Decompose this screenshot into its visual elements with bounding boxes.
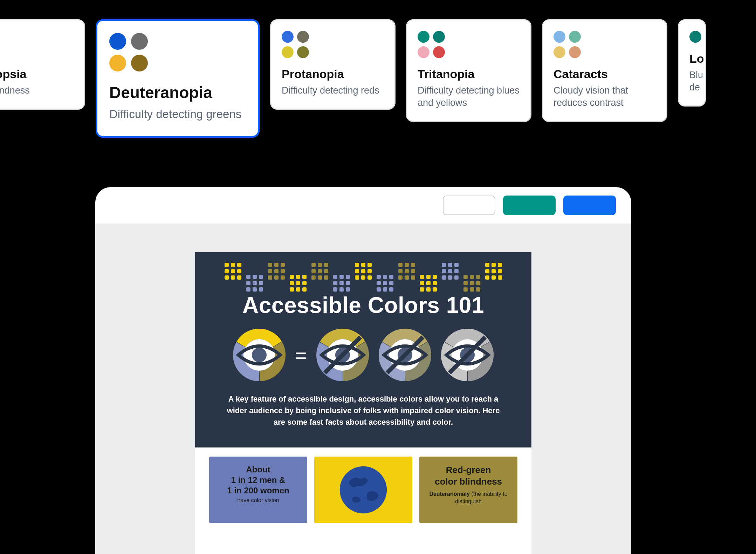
toolbar-button-blue[interactable] (563, 196, 616, 215)
banner-block (420, 275, 437, 292)
swatch-group (418, 31, 446, 58)
eye-slash-icon (379, 329, 431, 381)
svg-line-22 (449, 337, 485, 373)
swatch-dot (131, 33, 148, 50)
rg-line-2: color blindness (435, 476, 502, 487)
tile-redgreen: Red-green color blindness Deuteranomaly … (419, 457, 517, 523)
swatch-dot (689, 31, 701, 43)
color-ring (316, 329, 369, 381)
globe-icon (339, 465, 388, 514)
swatch-dot (569, 31, 581, 43)
filter-desc: Blu de (689, 69, 705, 94)
dot-banner (209, 263, 517, 280)
rg-line-1: Red-green (446, 465, 491, 475)
color-ring (233, 329, 286, 381)
svg-line-10 (325, 337, 360, 373)
swatch-group (689, 31, 706, 43)
filter-title: Achromatopsia (0, 67, 74, 81)
stat-sub: have color vision (215, 497, 301, 504)
filter-desc: Difficulty detecting blues and yellows (418, 84, 520, 109)
banner-block (246, 275, 263, 292)
banner-block (377, 275, 393, 292)
toolbar-button-teal[interactable] (503, 196, 556, 215)
swatch-dot (109, 55, 126, 71)
filter-desc: Difficulty detecting greens (109, 107, 246, 122)
banner-block (225, 263, 241, 280)
filter-card-achromatopsia[interactable]: Achromatopsia omplete color ndness (0, 19, 85, 110)
swatch-dot (418, 46, 429, 58)
swatch-dot (554, 46, 565, 58)
vision-filter-strip: Achromatopsia omplete color ndness Deute… (0, 19, 706, 138)
swatch-group (554, 31, 582, 58)
banner-block (485, 263, 502, 280)
swatch-dot (131, 55, 148, 71)
color-ring (441, 329, 494, 381)
filter-card-cataracts[interactable]: Cataracts Cloudy vision that reduces con… (542, 19, 667, 122)
tile-globe (314, 457, 412, 523)
filter-card-protanopia[interactable]: Protanopia Difficulty detecting reds (270, 19, 396, 110)
banner-block (311, 263, 328, 280)
tile-row: About 1 in 12 men & 1 in 200 women have … (195, 447, 531, 523)
swatch-dot (282, 46, 294, 58)
filter-desc: Cloudy vision that reduces contrast (554, 84, 656, 109)
infographic-intro: A key feature of accessible design, acce… (227, 393, 500, 428)
eye-icon (233, 329, 286, 381)
filter-title: Tritanopia (418, 67, 520, 81)
svg-line-16 (387, 337, 423, 373)
filter-title: Cataracts (554, 67, 656, 81)
swatch-dot (418, 31, 429, 43)
banner-block (355, 263, 372, 280)
swatch-group (282, 31, 310, 58)
swatch-dot (433, 46, 445, 58)
swatch-dot (282, 31, 294, 43)
equals-icon: = (295, 344, 307, 367)
swatch-dot (297, 46, 309, 58)
swatch-group (109, 33, 149, 71)
banner-block (398, 263, 415, 280)
infographic-hero: Accessible Colors 101 = (195, 252, 531, 447)
infographic: Accessible Colors 101 = (195, 252, 531, 554)
rg-body: Deuteranomaly (the inability to distingu… (426, 491, 511, 505)
svg-point-23 (340, 466, 387, 513)
color-ring (379, 329, 431, 381)
filter-desc: Difficulty detecting reds (282, 84, 384, 97)
swatch-dot (569, 46, 581, 58)
preview-canvas[interactable]: Accessible Colors 101 = (95, 224, 631, 554)
preview-window: Accessible Colors 101 = (95, 187, 631, 554)
banner-block (442, 263, 459, 280)
filter-card-deuteranopia[interactable]: Deuteranopia Difficulty detecting greens (96, 19, 260, 138)
infographic-title: Accessible Colors 101 (209, 292, 517, 318)
filter-title: Protanopia (282, 67, 384, 81)
swatch-dot (554, 31, 565, 43)
eye-slash-icon (441, 329, 494, 381)
filter-card-tritanopia[interactable]: Tritanopia Difficulty detecting blues an… (406, 19, 531, 122)
swatch-dot (297, 31, 309, 43)
preview-toolbar (95, 187, 631, 224)
banner-block (290, 275, 307, 292)
stat-line-3: 1 in 200 women (227, 486, 289, 495)
stat-line-1: About (246, 465, 270, 474)
banner-block (463, 275, 480, 292)
eye-slash-icon (316, 329, 369, 381)
swatch-dot (433, 31, 445, 43)
banner-block (333, 275, 350, 292)
tile-stat: About 1 in 12 men & 1 in 200 women have … (209, 457, 307, 523)
filter-card-lowvision[interactable]: Lo Blu de (678, 19, 706, 107)
svg-point-4 (252, 348, 267, 362)
filter-title: Deuteranopia (109, 83, 246, 102)
banner-block (268, 263, 285, 280)
toolbar-button-outline[interactable] (443, 196, 495, 215)
stat-line-2: 1 in 12 men & (231, 475, 286, 485)
filter-desc: omplete color ndness (0, 84, 74, 97)
swatch-dot (109, 33, 126, 50)
ring-row: = (209, 329, 517, 381)
filter-title: Lo (689, 52, 705, 66)
